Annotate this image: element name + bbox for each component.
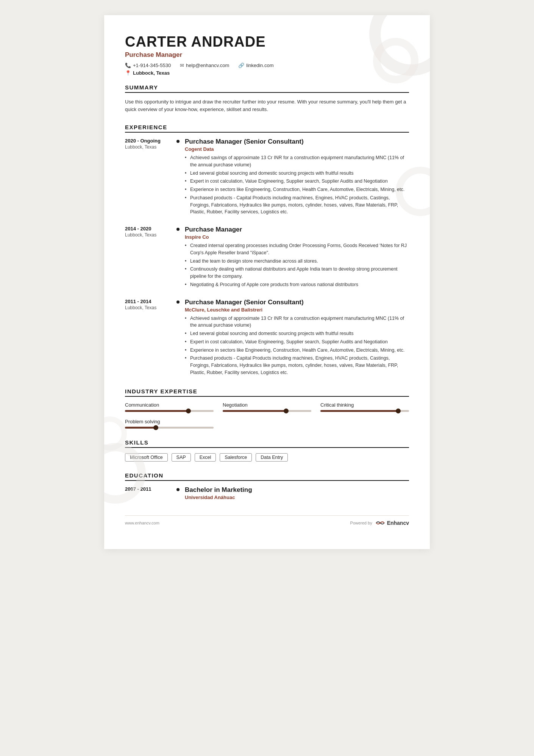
header: CARTER ANDRADE Purchase Manager 📞 +1-914…	[125, 34, 409, 76]
bullet-item: Created internal operating processes inc…	[185, 242, 409, 257]
bullet-item: Continuously dealing with national distr…	[185, 266, 409, 280]
experience-item: 2014 - 2020 Lubbock, Texas Purchase Mana…	[125, 226, 409, 290]
exp-dot	[176, 140, 180, 143]
location-text: Lubbock, Texas	[133, 70, 170, 76]
bullet-item: Negotiating & Procuring of Apple core pr…	[185, 281, 409, 288]
exp-job-title: Purchase Manager (Senior Consultant)	[185, 138, 409, 146]
exp-right: Purchase Manager (Senior Consultant) McC…	[182, 299, 409, 377]
location-row: 📍 Lubbock, Texas	[125, 70, 409, 76]
experience-list: 2020 - Ongoing Lubbock, Texas Purchase M…	[125, 138, 409, 377]
exp-left: 2011 - 2014 Lubbock, Texas	[125, 299, 174, 377]
exp-right: Purchase Manager (Senior Consultant) Cog…	[182, 138, 409, 217]
exp-dates: 2011 - 2014	[125, 299, 174, 304]
exp-dot	[176, 228, 180, 231]
exp-center	[174, 299, 182, 377]
expertise-bar-bg	[223, 410, 311, 412]
edu-dates: 2007 - 2011	[125, 486, 174, 492]
exp-bullets: Achieved savings of approximate 13 Cr IN…	[185, 315, 409, 376]
expertise-bar-dot	[284, 409, 289, 413]
expertise-item: Communication	[125, 402, 214, 412]
skills-row: Microsoft OfficeSAPExcelSalesforceData E…	[125, 453, 409, 462]
experience-item: 2020 - Ongoing Lubbock, Texas Purchase M…	[125, 138, 409, 217]
expertise-bar-fill	[125, 410, 189, 412]
bullet-item: Experience in sectors like Engineering, …	[185, 186, 409, 193]
exp-dates: 2014 - 2020	[125, 226, 174, 232]
location-icon: 📍	[125, 70, 131, 76]
expertise-bar-fill	[125, 427, 156, 429]
exp-bullets: Achieved savings of approximate 13 Cr IN…	[185, 154, 409, 216]
expertise-title: INDUSTRY EXPERTISE	[125, 388, 409, 397]
footer-url: www.enhancv.com	[125, 521, 159, 525]
exp-company: Inspire Co	[185, 234, 409, 240]
education-item: 2007 - 2011 Bachelor in Marketing Univer…	[125, 486, 409, 500]
exp-left: 2020 - Ongoing Lubbock, Texas	[125, 138, 174, 217]
experience-item: 2011 - 2014 Lubbock, Texas Purchase Mana…	[125, 299, 409, 377]
expertise-bar-dot	[153, 425, 158, 430]
expertise-item: Problem solving	[125, 419, 214, 429]
exp-dot	[176, 301, 180, 304]
exp-job-title: Purchase Manager	[185, 226, 409, 233]
footer: www.enhancv.com Powered by Enhancv	[125, 515, 409, 526]
expertise-item: Negotiation	[223, 402, 311, 412]
phone-number: +1-914-345-5530	[133, 63, 171, 68]
expertise-bar-fill	[223, 410, 286, 412]
exp-company: McClure, Leuschke and Balistreri	[185, 307, 409, 313]
contact-row: 📞 +1-914-345-5530 ✉ help@enhancv.com 🔗 l…	[125, 63, 409, 68]
bullet-item: Expert in cost calculation, Value Engine…	[185, 338, 409, 346]
edu-school: Universidad Anáhuac	[185, 495, 409, 500]
linkedin-icon: 🔗	[238, 63, 244, 68]
exp-job-title: Purchase Manager (Senior Consultant)	[185, 299, 409, 306]
enhancv-brand: Enhancv	[387, 520, 409, 526]
skills-title: SKILLS	[125, 439, 409, 448]
linkedin-url: linkedin.com	[246, 63, 273, 68]
education-title: EDUCATION	[125, 472, 409, 481]
email-contact: ✉ help@enhancv.com	[180, 63, 229, 68]
expertise-section: INDUSTRY EXPERTISE Communication Negotia…	[125, 388, 409, 429]
experience-title: EXPERIENCE	[125, 124, 409, 133]
bullet-item: Achieved savings of approximate 13 Cr IN…	[185, 315, 409, 329]
exp-left: 2014 - 2020 Lubbock, Texas	[125, 226, 174, 290]
bullet-item: Purchased products - Capital Products in…	[185, 355, 409, 376]
deco-circle-5	[104, 416, 127, 451]
bullet-item: Led several global sourcing and domestic…	[185, 330, 409, 337]
exp-center	[174, 226, 182, 290]
exp-right: Purchase Manager Inspire Co Created inte…	[182, 226, 409, 290]
skill-tag: Microsoft Office	[125, 453, 168, 462]
expertise-label: Problem solving	[125, 419, 214, 424]
exp-center	[174, 138, 182, 217]
exp-dates: 2020 - Ongoing	[125, 138, 174, 144]
exp-location: Lubbock, Texas	[125, 232, 174, 238]
education-section: EDUCATION 2007 - 2011 Bachelor in Market…	[125, 472, 409, 500]
experience-section: EXPERIENCE 2020 - Ongoing Lubbock, Texas…	[125, 124, 409, 377]
bullet-item: Led several global sourcing and domestic…	[185, 170, 409, 177]
edu-right: Bachelor in Marketing Universidad Anáhua…	[182, 486, 409, 500]
resume-page: CARTER ANDRADE Purchase Manager 📞 +1-914…	[104, 15, 430, 549]
expertise-bar-dot	[396, 409, 401, 413]
skills-section: SKILLS Microsoft OfficeSAPExcelSalesforc…	[125, 439, 409, 462]
exp-bullets: Created internal operating processes inc…	[185, 242, 409, 288]
enhancv-logo: Enhancv	[375, 520, 409, 526]
expertise-bar-bg	[125, 427, 214, 429]
candidate-title: Purchase Manager	[125, 51, 409, 59]
expertise-label: Negotiation	[223, 402, 311, 408]
skill-tag: Excel	[195, 453, 216, 462]
expertise-label: Critical thinking	[320, 402, 409, 408]
summary-section: SUMMARY Use this opportunity to intrigue…	[125, 84, 409, 113]
expertise-bar-bg	[320, 410, 409, 412]
phone-icon: 📞	[125, 63, 131, 68]
email-address: help@enhancv.com	[186, 63, 229, 68]
edu-degree: Bachelor in Marketing	[185, 486, 409, 494]
exp-location: Lubbock, Texas	[125, 144, 174, 150]
expertise-bar-fill	[320, 410, 398, 412]
expertise-label: Communication	[125, 402, 214, 408]
expertise-grid: Communication Negotiation Critical think…	[125, 402, 409, 429]
bullet-item: Lead the team to design store merchandis…	[185, 258, 409, 265]
skill-tag: SAP	[172, 453, 191, 462]
skill-tag: Salesforce	[220, 453, 252, 462]
bullet-item: Purchased products - Capital Products in…	[185, 194, 409, 216]
linkedin-contact: 🔗 linkedin.com	[238, 63, 273, 68]
exp-company: Cogent Data	[185, 146, 409, 152]
expertise-bar-bg	[125, 410, 214, 412]
enhancv-icon	[375, 520, 386, 526]
skill-tag: Data Entry	[256, 453, 288, 462]
